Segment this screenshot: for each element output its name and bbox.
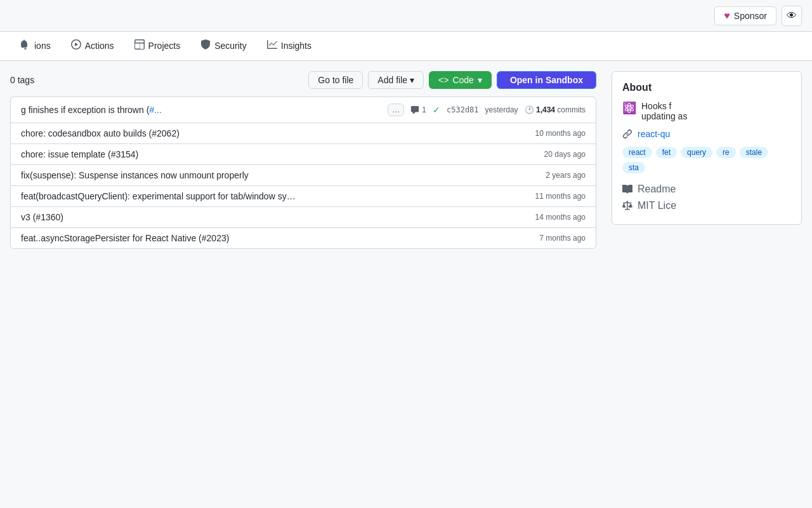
eye-icon: 👁 bbox=[787, 10, 797, 22]
repo-sidebar: About ⚛️ Hooks f updating as react-qu re… bbox=[612, 71, 802, 249]
commit-number: 1,434 bbox=[536, 105, 555, 114]
toolbar-row: 0 tags Go to file Add file ▾ <> Code ▾ O… bbox=[10, 71, 596, 89]
file-row: chore: codesandbox auto builds (#2062) 1… bbox=[11, 123, 596, 144]
tag-re[interactable]: re bbox=[716, 147, 736, 158]
readme-label: Readme bbox=[638, 184, 676, 195]
file-time-1: 20 days ago bbox=[544, 150, 586, 159]
tab-security[interactable]: Security bbox=[190, 32, 257, 60]
tag-stale[interactable]: stale bbox=[740, 147, 768, 158]
commit-hash: c532d81 bbox=[447, 105, 479, 114]
toolbar-buttons: Go to file Add file ▾ <> Code ▾ Open in … bbox=[308, 71, 596, 89]
file-row: feat(broadcastQueryClient): experimental… bbox=[11, 186, 596, 207]
sponsor-label: Sponsor bbox=[734, 11, 767, 21]
tag-query[interactable]: query bbox=[681, 147, 712, 158]
comment-badge: 1 bbox=[410, 105, 426, 114]
sponsor-button[interactable]: ♥ Sponsor bbox=[714, 6, 776, 25]
file-time-3: 11 months ago bbox=[535, 192, 586, 201]
file-name-4: v3 (#1360) bbox=[21, 212, 535, 222]
link-icon bbox=[622, 129, 632, 139]
top-bar: ♥ Sponsor 👁 bbox=[0, 0, 812, 32]
file-name-3: feat(broadcastQueryClient): experimental… bbox=[21, 191, 535, 201]
about-section: About ⚛️ Hooks f updating as react-qu re… bbox=[612, 71, 802, 225]
shield-icon bbox=[200, 39, 211, 51]
file-link-4[interactable]: #1360 bbox=[36, 212, 60, 222]
file-time-2: 2 years ago bbox=[546, 171, 586, 180]
repo-main: 0 tags Go to file Add file ▾ <> Code ▾ O… bbox=[10, 71, 596, 249]
file-link-0[interactable]: #2062 bbox=[152, 128, 176, 138]
file-link-1[interactable]: #3154 bbox=[111, 149, 136, 159]
add-file-label: Add file bbox=[377, 75, 407, 85]
watch-button[interactable]: 👁 bbox=[782, 6, 802, 26]
file-time-5: 7 months ago bbox=[539, 234, 586, 243]
tab-actions-label: Actions bbox=[85, 41, 114, 51]
atom-emoji: ⚛️ bbox=[622, 101, 636, 115]
license-row: MIT Lice bbox=[622, 197, 791, 214]
file-time-4: 14 months ago bbox=[535, 213, 586, 222]
repo-link[interactable]: react-qu bbox=[638, 129, 670, 139]
tag-react[interactable]: react bbox=[622, 147, 652, 158]
comment-count: 1 bbox=[422, 105, 426, 114]
tab-projects[interactable]: Projects bbox=[124, 32, 191, 60]
commit-row: g finishes if exception is thrown (#... … bbox=[10, 97, 596, 123]
tag-sta[interactable]: sta bbox=[622, 162, 645, 173]
tab-insights-label: Insights bbox=[281, 41, 311, 51]
tab-security-label: Security bbox=[214, 41, 247, 51]
file-name-0: chore: codesandbox auto builds (#2062) bbox=[21, 128, 535, 138]
tab-notifications-label: ions bbox=[34, 41, 51, 51]
code-button[interactable]: <> Code ▾ bbox=[429, 71, 492, 89]
file-list: chore: codesandbox auto builds (#2062) 1… bbox=[10, 123, 596, 249]
ellipsis-button[interactable]: … bbox=[388, 104, 404, 116]
ellipsis-icon: … bbox=[392, 105, 400, 114]
chart-icon bbox=[267, 39, 277, 51]
chevron-down-icon: ▾ bbox=[410, 75, 414, 85]
tab-notifications[interactable]: ions bbox=[10, 32, 61, 60]
tag-fet[interactable]: fet bbox=[656, 147, 677, 158]
check-icon: ✓ bbox=[433, 105, 440, 115]
file-row: feat..asyncStoragePersister for React Na… bbox=[11, 228, 596, 248]
file-time-0: 10 months ago bbox=[535, 129, 586, 138]
comment-icon bbox=[410, 105, 419, 114]
table-icon bbox=[134, 39, 145, 51]
code-angle-brackets-icon: <> bbox=[438, 75, 449, 85]
commit-time: yesterday bbox=[485, 105, 518, 114]
commit-count: 🕐 1,434 commits bbox=[525, 105, 586, 114]
about-description: ⚛️ Hooks f updating as bbox=[622, 101, 791, 121]
goto-file-label: Go to file bbox=[318, 75, 353, 85]
file-row: fix(suspense): Suspense instances now un… bbox=[11, 165, 596, 186]
about-text: Hooks f updating as bbox=[641, 101, 687, 121]
file-row: v3 (#1360) 14 months ago bbox=[11, 207, 596, 228]
tags-container: react fet query re stale sta bbox=[622, 147, 791, 173]
clock-icon: 🕐 bbox=[525, 105, 534, 114]
main-content: 0 tags Go to file Add file ▾ <> Code ▾ O… bbox=[0, 61, 812, 259]
tab-actions[interactable]: Actions bbox=[61, 32, 124, 60]
commits-label: commits bbox=[557, 105, 586, 114]
scale-icon bbox=[622, 201, 632, 211]
readme-row: Readme bbox=[622, 181, 791, 197]
open-sandbox-label: Open in Sandbox bbox=[510, 75, 583, 85]
goto-file-button[interactable]: Go to file bbox=[308, 71, 363, 89]
heart-icon: ♥ bbox=[724, 10, 730, 22]
tab-insights[interactable]: Insights bbox=[257, 32, 322, 60]
add-file-button[interactable]: Add file ▾ bbox=[368, 71, 424, 89]
play-circle-icon bbox=[71, 39, 81, 51]
file-row: chore: issue template (#3154) 20 days ag… bbox=[11, 144, 596, 165]
tags-info: 0 tags bbox=[10, 75, 34, 85]
file-name-2: fix(suspense): Suspense instances now un… bbox=[21, 170, 546, 180]
file-link-5[interactable]: #2023 bbox=[202, 233, 226, 243]
code-label: Code bbox=[452, 75, 473, 85]
book-icon bbox=[622, 184, 632, 194]
about-link-row: react-qu bbox=[622, 129, 791, 139]
repo-nav: ions Actions Projects Security bbox=[0, 32, 812, 61]
file-name-1: chore: issue template (#3154) bbox=[21, 149, 544, 159]
bell-icon bbox=[20, 39, 30, 51]
commit-message-link[interactable]: g finishes if exception is thrown (#... bbox=[21, 105, 162, 115]
open-sandbox-button[interactable]: Open in Sandbox bbox=[497, 71, 596, 89]
license-label: MIT Lice bbox=[638, 200, 676, 211]
tab-projects-label: Projects bbox=[148, 41, 181, 51]
about-title: About bbox=[622, 82, 791, 93]
code-chevron-icon: ▾ bbox=[478, 75, 482, 85]
commit-message: g finishes if exception is thrown (#... bbox=[21, 105, 381, 115]
file-name-5: feat..asyncStoragePersister for React Na… bbox=[21, 233, 539, 243]
